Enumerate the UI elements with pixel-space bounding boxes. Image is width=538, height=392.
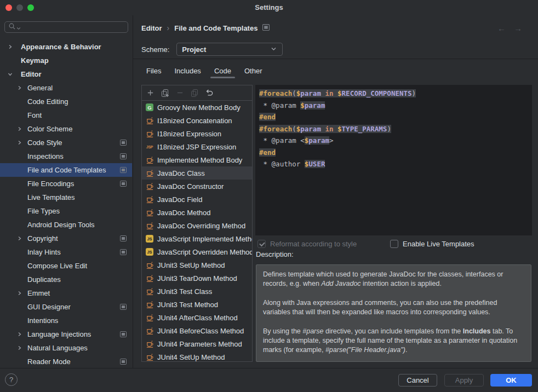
breadcrumb-file-and-code-templates: File and Code Templates [174, 24, 257, 32]
sidebar-item-gui-designer[interactable]: GUI Designer [0, 300, 132, 314]
sidebar-item-font[interactable]: Font [0, 108, 132, 122]
code-line: #end [259, 111, 532, 123]
template-item-i18nized-concatenation[interactable]: I18nized Concatenation [142, 114, 252, 127]
add-icon[interactable] [145, 88, 156, 99]
template-item-javadoc-constructor[interactable]: JavaDoc Constructor [142, 180, 252, 193]
chevron-right-icon[interactable] [17, 236, 27, 241]
template-code-editor[interactable]: #foreach($param in $RECORD_COMPONENTS) *… [255, 85, 532, 235]
sidebar-item-file-and-code-templates[interactable]: File and Code Templates [0, 163, 132, 177]
sidebar-item-label: Code Editing [27, 97, 68, 106]
sidebar-item-file-encodings[interactable]: File Encodings [0, 177, 132, 191]
template-list-panel: GGroovy New Method BodyI18nized Concaten… [141, 85, 253, 362]
template-item-junit3-setup-method[interactable]: JUnit3 SetUp Method [142, 258, 252, 272]
sidebar-item-language-injections[interactable]: Language Injections [0, 327, 132, 341]
search-history-caret-icon[interactable] [16, 22, 21, 32]
settings-search-input[interactable] [4, 21, 128, 33]
java-class-icon [145, 182, 154, 191]
code-line: * @param $param [259, 100, 532, 112]
template-item-i18nized-jsp-expression[interactable]: JSPI18nized JSP Expression [142, 140, 252, 153]
sidebar-item-inspections[interactable]: Inspections [0, 149, 132, 163]
chevron-right-icon[interactable] [17, 140, 27, 145]
template-item-junit3-teardown-method[interactable]: JUnit3 TearDown Method [142, 272, 252, 285]
settings-sidebar: Appearance & BehaviorKeymapEditorGeneral… [0, 15, 133, 368]
sidebar-item-code-style[interactable]: Code Style [0, 136, 132, 149]
apply-button[interactable]: Apply [444, 374, 484, 387]
breadcrumb-editor[interactable]: Editor [141, 24, 162, 32]
sidebar-item-intentions[interactable]: Intentions [0, 314, 132, 327]
template-item-javadoc-overriding-method[interactable]: JavaDoc Overriding Method [142, 219, 252, 232]
chevron-down-icon[interactable] [8, 72, 21, 77]
template-item-javadoc-field[interactable]: JavaDoc Field [142, 193, 252, 206]
sidebar-item-file-types[interactable]: File Types [0, 204, 132, 218]
template-item-javadoc-method[interactable]: JavaDoc Method [142, 206, 252, 219]
sidebar-item-color-scheme[interactable]: Color Scheme [0, 122, 132, 136]
sidebar-item-editor[interactable]: Editor [0, 67, 132, 81]
template-item-label: I18nized JSP Expression [157, 143, 236, 151]
sidebar-item-natural-languages[interactable]: Natural Languages [0, 341, 132, 355]
template-item-implemented-method-body[interactable]: Implemented Method Body [142, 153, 252, 166]
template-item-javascript-implemented-method[interactable]: JSJavaScript Implemented Method [142, 232, 252, 245]
template-item-label: JavaDoc Overriding Method [157, 222, 245, 230]
chevron-right-icon[interactable] [17, 345, 27, 350]
settings-window: Settings Appearance & BehaviorKeymapEdit… [0, 0, 538, 392]
per-project-settings-icon [120, 249, 127, 255]
reformat-checkbox[interactable] [257, 240, 266, 248]
tab-other[interactable]: Other [238, 62, 269, 79]
forward-icon[interactable]: → [514, 24, 522, 33]
tab-code[interactable]: Code [208, 62, 238, 79]
chevron-right-icon[interactable] [17, 126, 27, 131]
template-item-label: JavaScript Implemented Method [157, 235, 252, 243]
template-item-junit3-test-method[interactable]: JUnit3 Test Method [142, 298, 252, 311]
sidebar-item-label: Natural Languages [27, 344, 88, 352]
sidebar-item-android-design-tools[interactable]: Android Design Tools [0, 218, 132, 232]
sidebar-item-live-templates[interactable]: Live Templates [0, 191, 132, 204]
template-item-groovy-new-method-body[interactable]: GGroovy New Method Body [142, 101, 252, 114]
chevron-right-icon[interactable] [8, 44, 21, 49]
scheme-select[interactable]: Project [176, 43, 283, 56]
back-icon[interactable]: ← [497, 24, 506, 33]
sidebar-item-code-editing[interactable]: Code Editing [0, 95, 132, 108]
java-class-icon [145, 155, 154, 164]
sidebar-item-copyright[interactable]: Copyright [0, 232, 132, 245]
chevron-right-icon[interactable] [17, 291, 27, 296]
duplicate-icon[interactable] [159, 88, 170, 99]
reset-icon[interactable] [204, 88, 215, 99]
sidebar-item-duplicates[interactable]: Duplicates [0, 273, 132, 286]
sidebar-item-label: Android Design Tools [27, 221, 95, 229]
help-button[interactable]: ? [5, 373, 18, 386]
enable-live-templates-checkbox[interactable] [390, 240, 398, 248]
template-item-label: JUnit3 TearDown Method [157, 274, 237, 283]
cancel-button[interactable]: Cancel [398, 374, 437, 387]
sidebar-item-label: Reader Mode [27, 358, 71, 366]
sidebar-item-compose-live-edit[interactable]: Compose Live Edit [0, 259, 132, 273]
sidebar-item-label: Appearance & Behavior [21, 43, 101, 51]
template-item-label: JUnit4 SetUp Method [157, 353, 225, 361]
settings-tree: Appearance & BehaviorKeymapEditorGeneral… [0, 40, 132, 368]
template-item-junit4-parameters-method[interactable]: JUnit4 Parameters Method [142, 337, 252, 350]
sidebar-item-reader-mode[interactable]: Reader Mode [0, 355, 132, 368]
tab-files[interactable]: Files [140, 62, 168, 79]
template-item-junit4-beforeclass-method[interactable]: JUnit4 BeforeClass Method [142, 324, 252, 337]
template-item-i18nized-expression[interactable]: I18nized Expression [142, 127, 252, 140]
description-box[interactable]: Defines template which used to generate … [256, 264, 531, 362]
java-class-icon [145, 208, 154, 217]
sidebar-item-inlay-hints[interactable]: Inlay Hints [0, 245, 132, 259]
sidebar-item-keymap[interactable]: Keymap [0, 54, 132, 67]
sidebar-item-emmet[interactable]: Emmet [0, 286, 132, 300]
chevron-right-icon[interactable] [17, 332, 27, 337]
template-item-junit3-test-class[interactable]: JUnit3 Test Class [142, 285, 252, 298]
ok-button[interactable]: OK [490, 374, 532, 387]
template-item-junit4-afterclass-method[interactable]: JUnit4 AfterClass Method [142, 311, 252, 324]
template-item-junit4-setup-method[interactable]: JUnit4 SetUp Method [142, 350, 252, 361]
java-class-icon [145, 300, 154, 309]
template-item-javadoc-class[interactable]: JavaDoc Class [142, 166, 252, 180]
template-item-label: Implemented Method Body [157, 156, 242, 164]
jsp-icon: JSP [145, 142, 154, 151]
template-item-javascript-overridden-method[interactable]: JSJavaScript Overridden Method [142, 245, 252, 258]
chevron-right-icon[interactable] [17, 85, 27, 90]
sidebar-item-general[interactable]: General [0, 81, 132, 95]
sidebar-item-appearance-behavior[interactable]: Appearance & Behavior [0, 40, 132, 54]
divider [133, 59, 538, 59]
template-item-label: JUnit3 SetUp Method [157, 261, 225, 269]
tab-includes[interactable]: Includes [168, 62, 207, 79]
